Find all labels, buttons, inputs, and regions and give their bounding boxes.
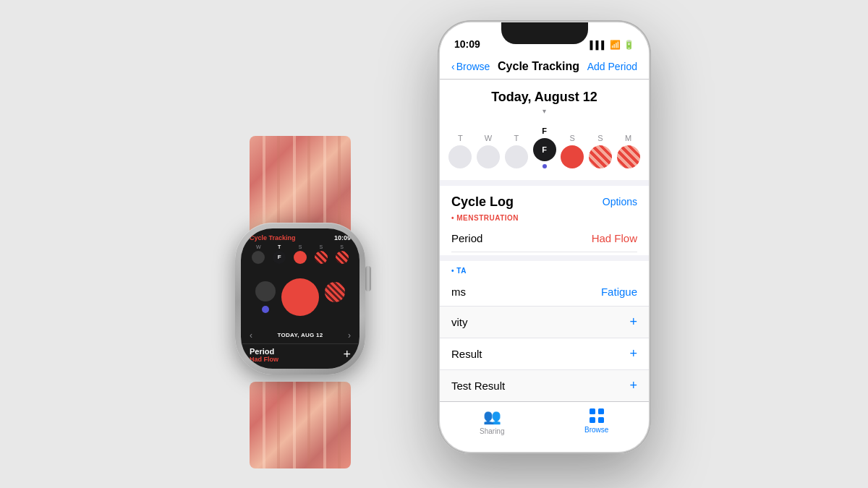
watch-status-bar: Cycle Tracking 10:09 xyxy=(241,228,359,243)
cal-day-T2: T xyxy=(504,134,528,168)
back-label[interactable]: Browse xyxy=(456,61,490,72)
cal-circle-S2[interactable] xyxy=(589,145,612,168)
menstruation-label: • MENSTRUATION xyxy=(451,214,637,222)
watch-cal-day-S2: S xyxy=(336,244,349,264)
cal-label-F: F xyxy=(542,127,547,135)
iphone: 10:09 ▌▌▌ 📶 🔋 ‹ Browse Cycle Tracking Ad… xyxy=(438,20,651,454)
back-chevron-icon: ‹ xyxy=(451,61,455,72)
cal-day-T1: T xyxy=(448,134,472,168)
cal-circle-W[interactable] xyxy=(477,145,500,168)
svg-rect-0 xyxy=(590,408,595,414)
cal-dot-F xyxy=(542,164,547,168)
tab-bar: 👥 Sharing Browse xyxy=(440,401,649,452)
cal-day-F: F F xyxy=(532,127,556,168)
cal-label-M: M xyxy=(625,134,631,142)
nav-back[interactable]: ‹ Browse xyxy=(451,61,490,72)
cal-circle-F[interactable]: F xyxy=(533,138,556,161)
row-right-test-result: + xyxy=(629,378,637,393)
iphone-screen: 10:09 ▌▌▌ 📶 🔋 ‹ Browse Cycle Tracking Ad… xyxy=(440,22,649,452)
cycle-log-title: Cycle Log xyxy=(451,194,514,210)
watch-log-title: Period xyxy=(250,347,278,356)
row-label-test-result: Test Result xyxy=(451,380,505,392)
watch-day-label-S2: S xyxy=(340,244,344,249)
watch-circle-center xyxy=(281,278,319,316)
tab-browse[interactable]: Browse xyxy=(575,408,618,434)
iphone-nav: ‹ Browse Cycle Tracking Add Period xyxy=(440,54,649,80)
watch-cal-day-S1: S xyxy=(315,244,328,264)
divider-1 xyxy=(440,180,649,186)
watch-circles xyxy=(241,267,359,328)
data-row-result1[interactable]: Result + xyxy=(440,338,649,370)
cal-circle-T1[interactable] xyxy=(448,145,472,168)
row-plus-test-result[interactable]: + xyxy=(629,378,637,393)
row-value-symptoms: Fatigue xyxy=(601,286,637,298)
watch-day-label-S1: S xyxy=(319,244,323,249)
watch-circle-right xyxy=(325,282,345,302)
cal-circle-S1[interactable] xyxy=(561,145,584,168)
date-arrow: ▾ xyxy=(440,107,649,115)
watch-cal-day-W: W xyxy=(252,244,265,264)
watch-case: Cycle Tracking 10:09 W T F xyxy=(235,223,365,374)
row-label-result1: Result xyxy=(451,348,482,360)
row-plus-result1[interactable]: + xyxy=(629,346,637,361)
watch-cal-day-F: S xyxy=(294,244,307,264)
cal-day-W: W xyxy=(477,134,501,168)
watch-band-top xyxy=(250,136,351,237)
row-label-symptoms: ms xyxy=(451,286,466,298)
period-label: Period xyxy=(451,232,482,244)
tab-browse-label: Browse xyxy=(584,426,608,434)
cal-label-T2: T xyxy=(514,134,519,142)
cal-circle-M[interactable] xyxy=(617,145,640,168)
row-right-symptoms: Fatigue xyxy=(601,286,637,298)
svg-rect-1 xyxy=(598,408,604,414)
row-right-result1: + xyxy=(629,346,637,361)
data-row-test-result[interactable]: Test Result + xyxy=(440,370,649,402)
watch-next-arrow[interactable]: › xyxy=(348,330,351,341)
divider-2 xyxy=(440,255,649,261)
wifi-icon: 📶 xyxy=(610,40,621,50)
period-value: Had Flow xyxy=(592,232,637,244)
watch-day-label-T1: T xyxy=(278,244,281,249)
row-label-activity: vity xyxy=(451,316,468,328)
period-row[interactable]: Period Had Flow xyxy=(451,225,637,252)
battery-icon: 🔋 xyxy=(624,40,634,50)
scene: Cycle Tracking 10:09 W T F xyxy=(217,20,651,468)
cal-label-W: W xyxy=(485,134,492,142)
watch-day-label-W: W xyxy=(256,244,261,249)
watch-time: 10:09 xyxy=(334,234,351,241)
cal-day-M: M xyxy=(616,134,640,168)
cycle-log-options[interactable]: Options xyxy=(603,196,637,207)
data-row-symptoms[interactable]: ms Fatigue xyxy=(440,278,649,307)
cal-circle-T2[interactable] xyxy=(505,145,528,168)
watch-cal-day-T1: T F xyxy=(273,244,286,264)
watch-screen: Cycle Tracking 10:09 W T F xyxy=(241,228,359,369)
data-row-activity[interactable]: vity + xyxy=(440,307,649,338)
nav-add-period[interactable]: Add Period xyxy=(587,61,637,72)
apple-watch: Cycle Tracking 10:09 W T F xyxy=(217,136,383,468)
content-area: Today, August 12 ▾ T W xyxy=(440,80,649,412)
cal-day-S2: S xyxy=(589,134,613,168)
row-plus-activity[interactable]: + xyxy=(629,314,637,330)
row-right-activity: + xyxy=(629,314,637,330)
watch-app-title: Cycle Tracking xyxy=(250,234,296,241)
watch-day-label-F: S xyxy=(299,244,302,249)
signal-icon: ▌▌▌ xyxy=(590,40,607,49)
watch-plus-button[interactable]: + xyxy=(343,347,351,362)
watch-date-label: TODAY, AUG 12 xyxy=(277,332,323,338)
watch-date-nav: ‹ TODAY, AUG 12 › xyxy=(241,328,359,343)
other-data-header: • TA xyxy=(440,261,649,278)
watch-cal-row: W T F S S xyxy=(241,243,359,267)
cal-label-T1: T xyxy=(458,134,463,142)
today-label: F xyxy=(542,145,547,154)
cycle-log-section: Cycle Log Options • MENSTRUATION Period … xyxy=(440,186,649,255)
tab-sharing[interactable]: 👥 Sharing xyxy=(470,408,514,435)
watch-log-area: Period Had Flow + xyxy=(241,343,359,369)
other-data-section: • TA ms Fatigue vity + xyxy=(440,261,649,412)
cal-label-S1: S xyxy=(570,134,575,142)
date-header: Today, August 12 ▾ xyxy=(440,80,649,122)
browse-icon xyxy=(589,408,605,424)
iphone-notch xyxy=(501,22,588,44)
tab-sharing-label: Sharing xyxy=(480,427,504,435)
watch-prev-arrow[interactable]: ‹ xyxy=(250,330,252,341)
iphone-inner: 10:09 ▌▌▌ 📶 🔋 ‹ Browse Cycle Tracking Ad… xyxy=(440,22,649,452)
